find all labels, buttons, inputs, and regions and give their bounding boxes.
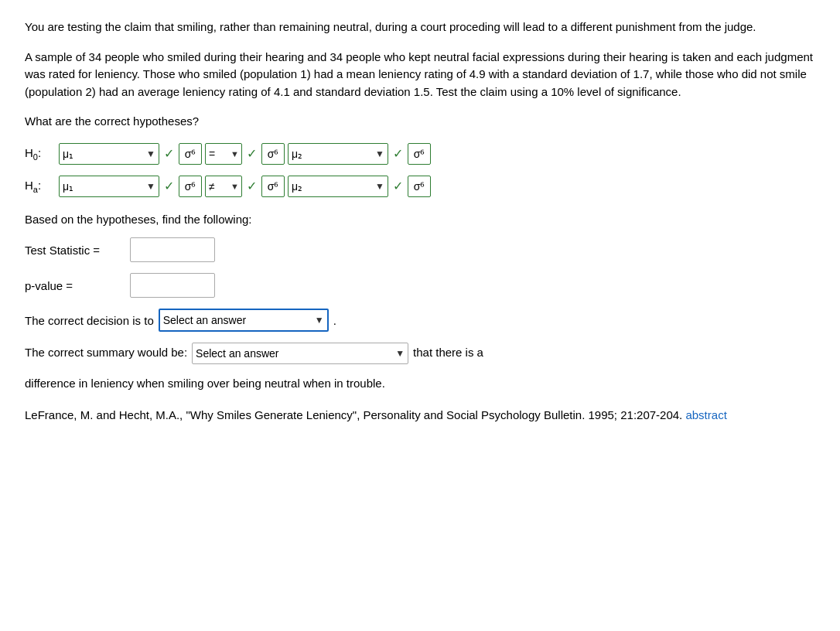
summary-row-container: The correct summary would be: Select an … [25,343,815,393]
ha-left-check: ✓ [164,179,174,193]
ha-operator-select[interactable]: ≠ = < > ≤ ≥ [209,180,238,193]
h0-right-select[interactable]: μ₂ μ₁ σ₁ σ₂ [292,148,384,160]
citation-link[interactable]: abstract [685,408,726,421]
summary-dropdown-container[interactable]: Select an answer There is sufficient evi… [192,343,408,364]
decision-select[interactable]: Select an answer Reject H₀ Fail to rejec… [163,314,324,326]
decision-row: The correct decision is to Select an ans… [25,309,815,332]
h0-left-select[interactable]: μ₁ μ₂ σ₁ σ₂ [63,148,155,160]
ha-op-check: ✓ [247,179,257,193]
summary-continued-text: difference in leniency when smiling over… [25,375,815,393]
ha-operator-dropdown[interactable]: ≠ = < > ≤ ≥ ▼ [205,176,242,197]
h0-operator-select[interactable]: = ≠ < > ≤ ≥ [209,148,238,160]
h0-op-sigma: σ⁶ [261,143,285,165]
h0-left-check: ✓ [164,146,174,161]
ha-right-sigma: σ⁶ [408,176,431,197]
p-value-input[interactable] [130,273,215,298]
ha-right-select[interactable]: μ₂ μ₁ σ₁ σ₂ [292,180,384,193]
ha-left-dropdown[interactable]: μ₁ μ₂ σ₁ σ₂ ▼ [59,176,159,197]
decision-dropdown-container[interactable]: Select an answer Reject H₀ Fail to rejec… [159,309,329,332]
paragraph-1: You are testing the claim that smiling, … [25,19,815,36]
citation-body: LeFrance, M. and Hecht, M.A., "Why Smile… [25,408,682,421]
decision-suffix: . [333,314,336,327]
ha-op-sigma: σ⁶ [261,176,285,197]
test-statistic-label: Test Statistic = [25,244,125,257]
p-value-row: p-value = [25,273,815,298]
summary-row: The correct summary would be: Select an … [25,343,815,364]
test-statistic-input[interactable] [130,237,215,262]
ha-row: Ha: μ₁ μ₂ σ₁ σ₂ ▼ ✓ σ⁶ ≠ = < > ≤ ≥ ▼ ✓ σ… [25,176,815,197]
ha-left-select[interactable]: μ₁ μ₂ σ₁ σ₂ [63,180,155,193]
section-label: Based on the hypotheses, find the follow… [25,211,815,229]
citation-text: LeFrance, M. and Hecht, M.A., "Why Smile… [25,407,815,425]
summary-prefix: The correct summary would be: [25,344,187,362]
test-statistic-row: Test Statistic = [25,237,815,262]
decision-prefix: The correct decision is to [25,314,154,327]
h0-label: H0: [25,146,53,162]
p-value-label: p-value = [25,279,125,292]
summary-select[interactable]: Select an answer There is sufficient evi… [196,347,405,360]
paragraph-2: A sample of 34 people who smiled during … [25,49,815,101]
ha-right-check: ✓ [393,179,403,193]
h0-op-check: ✓ [247,146,257,161]
ha-right-dropdown[interactable]: μ₂ μ₁ σ₁ σ₂ ▼ [288,176,388,197]
ha-left-sigma: σ⁶ [179,176,202,197]
summary-after-text: that there is a [413,344,483,362]
h0-left-dropdown[interactable]: μ₁ μ₂ σ₁ σ₂ ▼ [59,143,159,165]
h0-right-sigma: σ⁶ [408,143,431,165]
ha-label: Ha: [25,179,53,194]
question-label: What are the correct hypotheses? [25,113,815,131]
h0-right-dropdown[interactable]: μ₂ μ₁ σ₁ σ₂ ▼ [288,143,388,165]
h0-right-check: ✓ [393,146,403,161]
h0-operator-dropdown[interactable]: = ≠ < > ≤ ≥ ▼ [205,143,242,165]
h0-row: H0: μ₁ μ₂ σ₁ σ₂ ▼ ✓ σ⁶ = ≠ < > ≤ ≥ ▼ ✓ σ… [25,143,815,165]
h0-left-sigma: σ⁶ [179,143,202,165]
